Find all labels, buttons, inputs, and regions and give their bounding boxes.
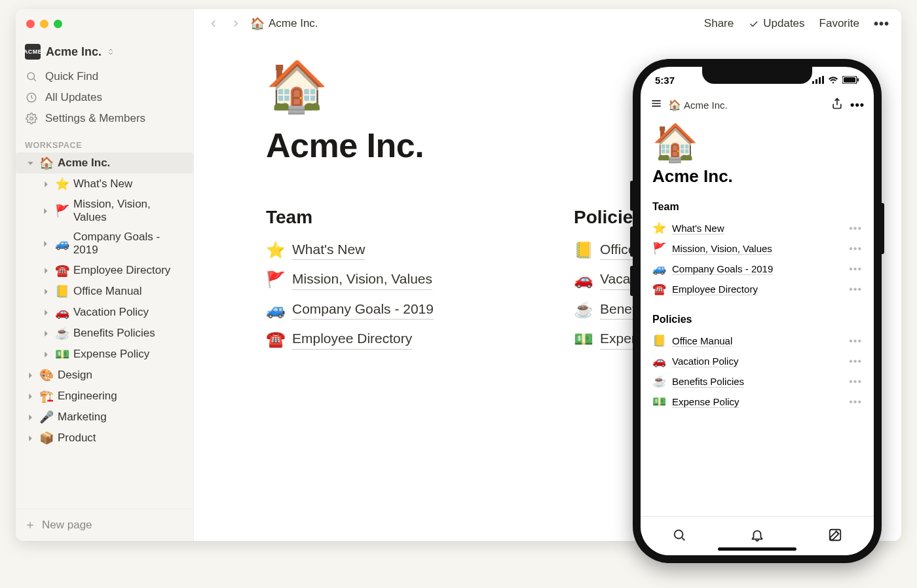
caret-right-icon[interactable]: [25, 412, 35, 422]
link-label: Company Goals - 2019: [672, 263, 773, 275]
caret-right-icon[interactable]: [25, 433, 35, 443]
breadcrumb-label: Acme Inc.: [269, 17, 318, 30]
phone-section-heading: Policies: [652, 314, 862, 325]
cellular-icon: [812, 76, 824, 84]
phone-tab-search[interactable]: [672, 528, 686, 545]
column-heading: Team: [266, 207, 521, 228]
tree-root-acme[interactable]: 🏠 Acme Inc.: [16, 153, 193, 174]
caret-right-icon[interactable]: [41, 286, 51, 297]
svg-rect-4: [815, 79, 817, 84]
row-more-button[interactable]: •••: [849, 263, 862, 275]
row-more-button[interactable]: •••: [849, 243, 862, 255]
caret-right-icon[interactable]: [41, 349, 51, 359]
link-emoji: 🚩: [266, 270, 283, 289]
settings-members[interactable]: Settings & Members: [16, 108, 193, 129]
nav-back-button[interactable]: [206, 16, 221, 31]
page-emoji: 🚗: [55, 305, 69, 320]
more-menu-button[interactable]: •••: [874, 16, 889, 31]
topbar: 🏠 Acme Inc. Share Updates Favorite •••: [194, 9, 901, 38]
phone-page-link[interactable]: ☕ Benefits Policies •••: [652, 371, 862, 392]
caret-right-icon[interactable]: [41, 307, 51, 318]
battery-icon: [842, 76, 859, 84]
tree-item[interactable]: 📦 Product: [16, 428, 193, 449]
phone-page-link[interactable]: 💵 Expense Policy •••: [652, 392, 862, 412]
page-link[interactable]: 🚙 Company Goals - 2019: [266, 299, 521, 320]
tree-item-label: Product: [58, 432, 96, 445]
quick-find[interactable]: Quick Find: [16, 66, 193, 87]
tree-item[interactable]: 🎤 Marketing: [16, 407, 193, 428]
zoom-window-button[interactable]: [54, 20, 62, 28]
updates-button[interactable]: Updates: [748, 17, 804, 30]
row-more-button[interactable]: •••: [849, 356, 862, 367]
phone-menu-button[interactable]: [650, 97, 663, 113]
phone-section-heading: Team: [652, 201, 862, 213]
phone-share-button[interactable]: [831, 97, 844, 113]
phone-page-link[interactable]: 📒 Office Manual •••: [652, 331, 862, 351]
phone-page-icon[interactable]: 🏠: [652, 124, 862, 161]
link-emoji: ☕: [574, 301, 591, 319]
link-emoji: 🚙: [652, 262, 665, 276]
check-icon: [748, 18, 759, 29]
phone-page-title[interactable]: Acme Inc.: [652, 166, 862, 187]
share-button[interactable]: Share: [704, 17, 734, 30]
minimize-window-button[interactable]: [40, 20, 48, 28]
all-updates[interactable]: All Updates: [16, 87, 193, 108]
svg-rect-8: [844, 77, 855, 83]
workspace-name: Acme Inc.: [46, 45, 102, 59]
quick-find-label: Quick Find: [45, 70, 98, 83]
tree-item-label: Office Manual: [73, 285, 142, 298]
page-link[interactable]: 🚩 Mission, Vision, Values: [266, 269, 521, 289]
caret-down-icon[interactable]: [25, 158, 35, 168]
tree-item[interactable]: ☎️ Employee Directory: [31, 260, 193, 281]
phone-breadcrumb[interactable]: 🏠 Acme Inc.: [668, 99, 728, 111]
nav-forward-button[interactable]: [228, 16, 244, 31]
link-emoji: ☎️: [266, 330, 283, 348]
tree-item[interactable]: 🚩 Mission, Vision, Values: [31, 194, 193, 227]
row-more-button[interactable]: •••: [849, 376, 862, 388]
workspace-switcher[interactable]: ACME Acme Inc.: [16, 35, 193, 66]
phone-page-link[interactable]: 🚩 Mission, Vision, Values •••: [652, 238, 862, 259]
breadcrumb[interactable]: 🏠 Acme Inc.: [250, 16, 318, 31]
row-more-button[interactable]: •••: [849, 284, 862, 295]
workspace-badge: ACME: [25, 44, 41, 60]
caret-right-icon[interactable]: [25, 370, 35, 380]
phone-page-link[interactable]: 🚗 Vacation Policy •••: [652, 351, 862, 371]
page-link[interactable]: ⭐ What's New: [266, 240, 521, 260]
new-page-button[interactable]: New page: [16, 509, 193, 541]
tree-item-label: What's New: [73, 177, 132, 191]
phone-tab-compose[interactable]: [828, 528, 842, 545]
tree-item[interactable]: 🏗️ Engineering: [16, 386, 193, 407]
caret-right-icon[interactable]: [25, 391, 35, 401]
tree-item[interactable]: 🚙 Company Goals - 2019: [31, 227, 193, 260]
sidebar: ACME Acme Inc. Quick Find All Updates Se…: [16, 9, 194, 541]
caret-right-icon[interactable]: [41, 265, 51, 276]
phone-tab-notifications[interactable]: [750, 528, 764, 545]
page-link[interactable]: ☎️ Employee Directory: [266, 329, 521, 349]
caret-right-icon[interactable]: [41, 206, 51, 216]
close-window-button[interactable]: [26, 20, 35, 28]
favorite-button[interactable]: Favorite: [819, 17, 859, 30]
phone-page-link[interactable]: ⭐ What's New •••: [652, 218, 862, 238]
tree-item[interactable]: 🎨 Design: [16, 365, 193, 386]
phone-page-link[interactable]: ☎️ Employee Directory •••: [652, 279, 862, 299]
link-label: Benefits Policies: [672, 376, 744, 388]
row-more-button[interactable]: •••: [849, 223, 862, 234]
tree-item[interactable]: ☕ Benefits Policies: [31, 323, 193, 344]
link-emoji: 📒: [652, 334, 665, 348]
caret-right-icon[interactable]: [41, 238, 51, 249]
phone-more-button[interactable]: •••: [850, 98, 865, 112]
tree-item[interactable]: 💵 Expense Policy: [31, 344, 193, 365]
tree-item[interactable]: 📒 Office Manual: [31, 281, 193, 302]
row-more-button[interactable]: •••: [849, 396, 862, 408]
tree-root-label: Acme Inc.: [58, 156, 110, 170]
tree-item-label: Design: [58, 369, 92, 382]
phone-topbar: 🏠 Acme Inc. •••: [641, 93, 874, 117]
tree-item[interactable]: 🚗 Vacation Policy: [31, 302, 193, 323]
phone-page-link[interactable]: 🚙 Company Goals - 2019 •••: [652, 259, 862, 279]
phone-mockup: 5:37 🏠 Acme Inc. ••• 🏠: [633, 59, 882, 563]
workspace-section-label: WORKSPACE: [16, 129, 193, 153]
caret-right-icon[interactable]: [41, 179, 51, 189]
row-more-button[interactable]: •••: [849, 335, 862, 347]
caret-right-icon[interactable]: [41, 328, 51, 339]
tree-item[interactable]: ⭐ What's New: [31, 174, 193, 194]
